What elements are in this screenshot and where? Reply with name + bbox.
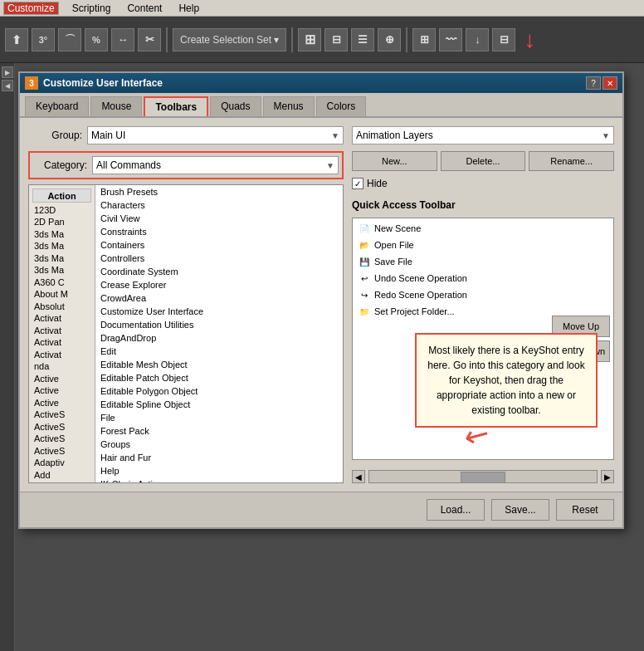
tab-colors[interactable]: Colors (316, 96, 367, 116)
save-btn[interactable]: Save... (491, 499, 549, 521)
tab-quads[interactable]: Quads (210, 96, 261, 116)
group-label: Group: (28, 130, 82, 141)
action-aboutm[interactable]: About M (32, 288, 91, 299)
action-actives2[interactable]: ActiveS (32, 421, 91, 432)
cat-containers[interactable]: Containers (95, 238, 343, 252)
scroll-thumb[interactable] (461, 472, 506, 483)
action-active1[interactable]: Active (32, 373, 91, 384)
action-activat2[interactable]: Activat (32, 325, 91, 335)
delete-btn[interactable]: Delete... (441, 151, 526, 171)
action-add[interactable]: Add (32, 469, 91, 480)
tab-mouse[interactable]: Mouse (90, 96, 142, 116)
cat-coordinate-system[interactable]: Coordinate System (95, 265, 343, 278)
cat-edit[interactable]: Edit (95, 345, 343, 358)
create-selection-set-btn[interactable]: Create Selection Set ▾ (173, 28, 286, 51)
action-activat4[interactable]: Activat (32, 349, 91, 360)
cat-constraints[interactable]: Constraints (95, 225, 343, 238)
toolbar-icon-6[interactable]: 〰 (439, 28, 462, 51)
bottom-buttons-row: Load... Save... Reset (20, 492, 622, 527)
toolbar-percent-btn[interactable]: % (85, 28, 108, 51)
action-3dsma4[interactable]: 3ds Ma (32, 264, 91, 275)
toolbar-curve-btn[interactable]: ⌒ (58, 28, 81, 51)
toolbar-cut-btn[interactable]: ✂ (138, 28, 161, 51)
action-adaptiv[interactable]: Adaptiv (32, 457, 91, 467)
cat-groups[interactable]: Groups (95, 438, 343, 451)
cat-file[interactable]: File (95, 411, 343, 424)
action-activat3[interactable]: Activat (32, 336, 91, 347)
tab-menus[interactable]: Menus (263, 96, 315, 116)
qa-save-file[interactable]: 💾 Save File (354, 253, 547, 270)
qa-undo[interactable]: ↩ Undo Scene Operation (354, 270, 547, 286)
cat-controllers[interactable]: Controllers (95, 252, 343, 265)
reset-btn[interactable]: Reset (556, 499, 614, 521)
action-nda[interactable]: nda (32, 360, 91, 371)
menu-customize[interactable]: Customize (3, 2, 59, 15)
cat-brush-presets[interactable]: Brush Presets (95, 185, 343, 198)
action-a360c[interactable]: A360 C (32, 277, 91, 287)
action-123d[interactable]: 123D (32, 204, 91, 215)
qa-redo[interactable]: ↪ Redo Scene Operation (354, 286, 547, 303)
cat-civil-view[interactable]: Civil View (95, 212, 343, 225)
scroll-left-btn[interactable]: ◀ (352, 470, 365, 483)
action-2dpan[interactable]: 2D Pan (32, 216, 91, 227)
rename-btn[interactable]: Rename... (529, 151, 614, 171)
action-actives4[interactable]: ActiveS (32, 445, 91, 456)
toolbar-icon-5[interactable]: ⊞ (412, 28, 436, 51)
action-3dsma3[interactable]: 3ds Ma (32, 252, 91, 263)
toolbar-icon-3[interactable]: ☰ (351, 28, 374, 51)
dialog-help-btn[interactable]: ? (586, 76, 601, 90)
scroll-track[interactable] (368, 470, 598, 483)
cat-editable-spline[interactable]: Editable Spline Object (95, 398, 343, 411)
left-toolbar-btn-2[interactable]: ◀ (2, 80, 13, 91)
qa-redo-label: Redo Scene Operation (374, 290, 467, 300)
toolbar-home-btn[interactable]: ⬆ (5, 28, 28, 51)
action-actives3[interactable]: ActiveS (32, 433, 91, 443)
category-select[interactable]: All Commands ▼ (92, 156, 339, 174)
cat-hair-fur[interactable]: Hair and Fur (95, 451, 343, 464)
tab-keyboard[interactable]: Keyboard (25, 96, 89, 116)
cat-forest-pack[interactable]: Forest Pack (95, 424, 343, 438)
dialog-close-btn[interactable]: ✕ (603, 76, 617, 90)
left-toolbar-btn-1[interactable]: ▶ (2, 66, 13, 78)
cat-doc-utilities[interactable]: Documentation Utilities (95, 318, 343, 331)
scroll-right-btn[interactable]: ▶ (601, 470, 614, 483)
cat-customize-ui[interactable]: Customize User Interface (95, 305, 343, 318)
cat-help[interactable]: Help (95, 464, 343, 477)
cat-crease-explorer[interactable]: Crease Explorer (95, 278, 343, 291)
action-3dsma2[interactable]: 3ds Ma (32, 240, 91, 251)
toolbar-3deg-btn[interactable]: 3° (32, 28, 55, 51)
cat-editable-polygon[interactable]: Editable Polygon Object (95, 384, 343, 398)
hide-row: Hide (352, 178, 614, 189)
hide-checkbox[interactable] (352, 178, 363, 189)
cat-draganddrop[interactable]: DragAndDrop (95, 331, 343, 345)
group-select[interactable]: Main UI ▼ (87, 126, 344, 144)
action-activat1[interactable]: Activat (32, 312, 91, 323)
qa-new-scene[interactable]: 📄 New Scene (354, 220, 547, 237)
load-btn[interactable]: Load... (427, 499, 485, 521)
action-active3[interactable]: Active (32, 397, 91, 408)
cat-crowdarea[interactable]: CrowdArea (95, 291, 343, 305)
action-active2[interactable]: Active (32, 384, 91, 395)
cat-ik-chain[interactable]: IK Chain Actions (95, 477, 343, 482)
toolbar-icon-2[interactable]: ⊟ (324, 28, 348, 51)
cat-characters[interactable]: Characters (95, 198, 343, 212)
toolbar-icon-7[interactable]: ↓ (466, 28, 489, 51)
action-absolut[interactable]: Absolut (32, 301, 91, 311)
tab-toolbars[interactable]: Toolbars (144, 96, 208, 116)
action-actives1[interactable]: ActiveS (32, 409, 91, 419)
qa-open-file[interactable]: 📂 Open File (354, 237, 547, 253)
animation-layers-select[interactable]: Animation Layers ▼ (352, 126, 614, 144)
qa-set-project[interactable]: 📁 Set Project Folder... (354, 303, 547, 320)
cat-editable-patch[interactable]: Editable Patch Object (95, 371, 343, 384)
toolbar-arrow-btn[interactable]: ↔ (111, 28, 134, 51)
action-3dsma1[interactable]: 3ds Ma (32, 228, 91, 239)
menu-content[interactable]: Content (124, 2, 165, 14)
toolbar-icon-8[interactable]: ⊟ (492, 28, 515, 51)
toolbar-icon-1[interactable]: ⊞ (298, 28, 321, 51)
menu-scripting[interactable]: Scripting (69, 2, 115, 14)
cat-editable-mesh[interactable]: Editable Mesh Object (95, 358, 343, 371)
menu-help[interactable]: Help (175, 2, 202, 14)
qa-undo-label: Undo Scene Operation (374, 273, 467, 283)
new-btn[interactable]: New... (352, 151, 437, 171)
toolbar-icon-4[interactable]: ⊕ (378, 28, 401, 51)
